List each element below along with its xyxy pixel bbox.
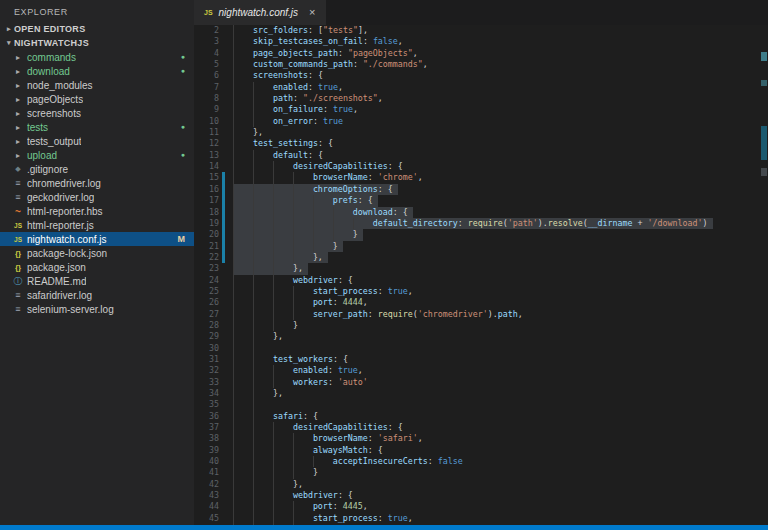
code-line[interactable]: 10on_error: true bbox=[194, 116, 760, 127]
code-line[interactable]: 14desiredCapabilities: { bbox=[194, 161, 760, 172]
code-line[interactable]: 28} bbox=[194, 320, 760, 331]
code-line[interactable]: 30 bbox=[194, 343, 760, 354]
code-area[interactable]: 2src_folders: ["tests"],3skip_testcases_… bbox=[194, 25, 760, 530]
indent-guide bbox=[233, 297, 253, 308]
code-line-content: port: 4445, bbox=[233, 501, 368, 512]
code-line[interactable]: 41} bbox=[194, 467, 760, 478]
code-line[interactable]: 38browserName: 'safari', bbox=[194, 433, 760, 444]
code-line[interactable]: 23}, bbox=[194, 263, 760, 274]
gutter-spacer bbox=[222, 70, 225, 81]
tree-item-tests_output[interactable]: ▸tests_output bbox=[0, 134, 194, 148]
tree-item-safaridriver.log[interactable]: ≡safaridriver.log bbox=[0, 288, 194, 302]
indent-guide bbox=[253, 82, 273, 93]
tree-item-upload[interactable]: ▸upload● bbox=[0, 148, 194, 162]
indent-guide bbox=[253, 399, 273, 410]
code-line-content: on_failure: true, bbox=[233, 104, 358, 115]
tree-item-html-reporter.js[interactable]: JShtml-reporter.js bbox=[0, 218, 194, 232]
log-file-icon: ≡ bbox=[12, 192, 24, 202]
line-number: 26 bbox=[194, 297, 219, 308]
code-line[interactable]: 26port: 4444, bbox=[194, 297, 760, 308]
indent-guide bbox=[233, 150, 253, 161]
tree-item-label: upload bbox=[27, 150, 57, 161]
tree-item-screenshots[interactable]: ▸screenshots bbox=[0, 106, 194, 120]
code-line[interactable]: 3skip_testcases_on_fail: false, bbox=[194, 36, 760, 47]
tab-nightwatch-conf-js[interactable]: JS nightwatch.conf.js × bbox=[194, 0, 326, 25]
line-number: 39 bbox=[194, 445, 219, 456]
project-section-header[interactable]: ▾ NIGHTWATCHJS bbox=[0, 36, 194, 50]
code-line[interactable]: 29}, bbox=[194, 331, 760, 342]
code-line[interactable]: 42}, bbox=[194, 479, 760, 490]
code-line[interactable]: 31test_workers: { bbox=[194, 354, 760, 365]
code-line[interactable]: 24webdriver: { bbox=[194, 275, 760, 286]
code-line-content: workers: 'auto' bbox=[233, 377, 368, 388]
code-line-content: } bbox=[233, 241, 343, 252]
indent-guide bbox=[313, 218, 333, 229]
code-line[interactable]: 9on_failure: true, bbox=[194, 104, 760, 115]
code-line[interactable]: 11}, bbox=[194, 127, 760, 138]
gutter-spacer bbox=[222, 127, 225, 138]
indent-guide bbox=[273, 490, 293, 501]
code-line[interactable]: 35 bbox=[194, 399, 760, 410]
code-line[interactable]: 4page_objects_path: "pageObjects", bbox=[194, 48, 760, 59]
tree-item-selenium-server.log[interactable]: ≡selenium-server.log bbox=[0, 302, 194, 316]
close-icon[interactable]: × bbox=[309, 7, 315, 18]
sidebar-title: EXPLORER bbox=[0, 0, 194, 22]
tree-item-pageObjects[interactable]: ▸pageObjects bbox=[0, 92, 194, 106]
code-line[interactable]: 21} bbox=[194, 241, 760, 252]
code-line[interactable]: 5custom_commands_path: "./commands", bbox=[194, 59, 760, 70]
indent-guide bbox=[233, 116, 253, 127]
indent-guide bbox=[313, 195, 333, 206]
code-line[interactable]: 40acceptInsecureCerts: false bbox=[194, 456, 760, 467]
code-line[interactable]: 39alwaysMatch: { bbox=[194, 445, 760, 456]
tree-item-README.md[interactable]: ⓘREADME.md bbox=[0, 274, 194, 288]
code-line[interactable]: 44port: 4445, bbox=[194, 501, 760, 512]
code-editor[interactable]: 2src_folders: ["tests"],3skip_testcases_… bbox=[194, 25, 768, 530]
indent-guide bbox=[313, 456, 333, 467]
tree-item-label: html-reporter.hbs bbox=[27, 206, 103, 217]
code-line[interactable]: 22}, bbox=[194, 252, 760, 263]
code-line[interactable]: 17prefs: { bbox=[194, 195, 760, 206]
tree-item-.gitignore[interactable]: ◆.gitignore bbox=[0, 162, 194, 176]
tree-item-node_modules[interactable]: ▸node_modules bbox=[0, 78, 194, 92]
code-line[interactable]: 32enabled: true, bbox=[194, 365, 760, 376]
code-line[interactable]: 33workers: 'auto' bbox=[194, 377, 760, 388]
overview-ruler[interactable] bbox=[760, 50, 768, 525]
indent-guide bbox=[313, 229, 333, 240]
code-line[interactable]: 7enabled: true, bbox=[194, 82, 760, 93]
tree-item-package.json[interactable]: {}package.json bbox=[0, 260, 194, 274]
gutter-spacer bbox=[222, 467, 225, 478]
indent-guide bbox=[233, 433, 253, 444]
code-line[interactable]: 25start_process: true, bbox=[194, 286, 760, 297]
tree-item-html-reporter.hbs[interactable]: ~html-reporter.hbs bbox=[0, 204, 194, 218]
indent-guide bbox=[233, 229, 253, 240]
indent-guide bbox=[233, 161, 253, 172]
tree-item-commands[interactable]: ▸commands● bbox=[0, 50, 194, 64]
open-editors-header[interactable]: ▸ OPEN EDITORS bbox=[0, 22, 194, 36]
code-line[interactable]: 27server_path: require('chromedriver').p… bbox=[194, 309, 760, 320]
code-line[interactable]: 36safari: { bbox=[194, 411, 760, 422]
code-line[interactable]: 37desiredCapabilities: { bbox=[194, 422, 760, 433]
code-line[interactable]: 15browserName: 'chrome', bbox=[194, 172, 760, 183]
indent-guide bbox=[293, 184, 313, 195]
gutter-spacer bbox=[222, 309, 225, 320]
tree-item-package-lock.json[interactable]: {}package-lock.json bbox=[0, 246, 194, 260]
code-line[interactable]: 16chromeOptions: { bbox=[194, 184, 760, 195]
code-line[interactable]: 43webdriver: { bbox=[194, 490, 760, 501]
code-line[interactable]: 45start_process: true, bbox=[194, 513, 760, 524]
code-line[interactable]: 12test_settings: { bbox=[194, 138, 760, 149]
gutter-spacer bbox=[222, 331, 225, 342]
code-line[interactable]: 2src_folders: ["tests"], bbox=[194, 25, 760, 36]
code-line[interactable]: 19default_directory: require('path').res… bbox=[194, 218, 760, 229]
tree-item-tests[interactable]: ▸tests● bbox=[0, 120, 194, 134]
code-line[interactable]: 6screenshots: { bbox=[194, 70, 760, 81]
code-line[interactable]: 8path: "./screenshots", bbox=[194, 93, 760, 104]
code-line[interactable]: 13default: { bbox=[194, 150, 760, 161]
code-line[interactable]: 34}, bbox=[194, 388, 760, 399]
tree-item-geckodriver.log[interactable]: ≡geckodriver.log bbox=[0, 190, 194, 204]
tree-item-chromedriver.log[interactable]: ≡chromedriver.log bbox=[0, 176, 194, 190]
tree-item-download[interactable]: ▸download● bbox=[0, 64, 194, 78]
gutter-spacer bbox=[222, 161, 225, 172]
code-line[interactable]: 20} bbox=[194, 229, 760, 240]
code-line[interactable]: 18download: { bbox=[194, 207, 760, 218]
tree-item-nightwatch.conf.js[interactable]: JSnightwatch.conf.jsM bbox=[0, 232, 194, 246]
